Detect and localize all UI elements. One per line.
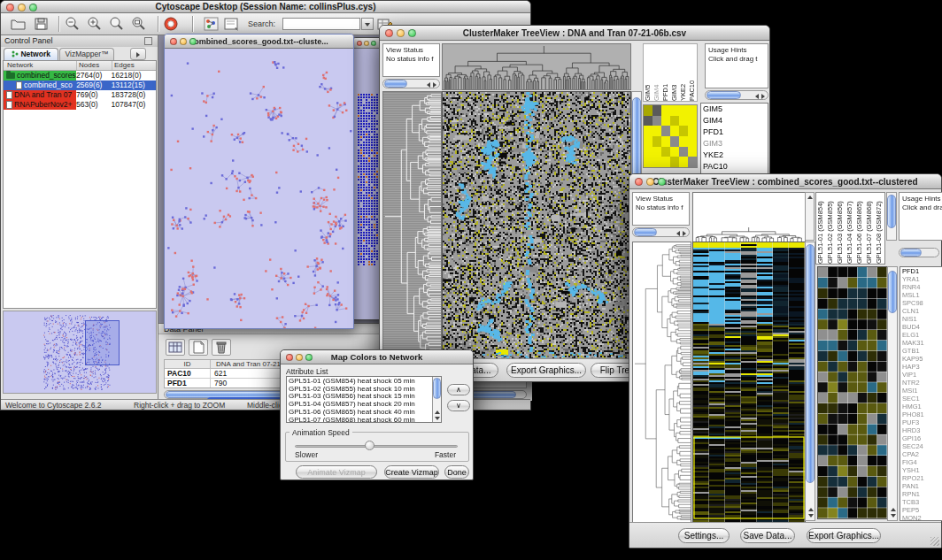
attribute-list-item[interactable]: GPL51-07 (GSM868) heat shock 60 min xyxy=(287,417,431,423)
attribute-list-vscrollbar[interactable] xyxy=(432,377,441,422)
gene-label[interactable]: GTB1 xyxy=(900,347,942,355)
new-attribute-icon[interactable] xyxy=(189,339,208,356)
search-dropdown-button[interactable] xyxy=(361,18,374,30)
network-tree-row[interactable]: combined_sco2569(6)13112(15) xyxy=(4,81,156,90)
column-labels-vscrollbar[interactable] xyxy=(886,192,897,241)
minimize-button[interactable] xyxy=(18,4,26,12)
gene-label[interactable]: TCB3 xyxy=(900,498,942,506)
gene-label[interactable]: MSL1 xyxy=(900,291,942,299)
export-graphics-button[interactable]: Export Graphics... xyxy=(506,363,586,378)
gene-label[interactable]: GIM3 xyxy=(701,138,768,150)
minimize-button[interactable] xyxy=(180,38,187,45)
close-button[interactable] xyxy=(357,41,362,46)
col-header-network[interactable]: Network xyxy=(4,61,77,70)
gene-label[interactable]: PHO81 xyxy=(900,410,942,418)
column-dendrogram-canvas[interactable] xyxy=(442,43,631,90)
done-button[interactable]: Done xyxy=(444,465,469,479)
resize-grip[interactable] xyxy=(930,537,939,546)
gene-label[interactable]: YRA1 xyxy=(900,275,942,283)
gene-label[interactable]: SEC24 xyxy=(900,442,942,450)
minimize-button[interactable] xyxy=(397,29,405,37)
tab-vizmapper[interactable]: VizMapper™ xyxy=(59,48,114,60)
gene-label[interactable]: PEP5 xyxy=(900,506,942,514)
usage-hints-hscrollbar[interactable] xyxy=(705,90,768,100)
gene-label[interactable]: YSH1 xyxy=(900,466,942,474)
gene-label[interactable]: SPC98 xyxy=(900,299,942,307)
animation-speed-slider-thumb[interactable] xyxy=(365,441,374,450)
gene-label[interactable]: GIM5 xyxy=(701,104,768,115)
help-lifering-icon[interactable] xyxy=(163,16,180,32)
gene-label[interactable]: GPI16 xyxy=(900,434,942,442)
float-panel-icon[interactable] xyxy=(144,37,152,45)
network-tree-row[interactable]: RNAPuberNov2+563(0)107847(0) xyxy=(4,100,156,110)
tab-overflow-button[interactable] xyxy=(130,48,146,60)
zoom-button[interactable] xyxy=(29,4,37,12)
zoom-in-icon[interactable] xyxy=(86,16,103,32)
gene-label[interactable]: HRD3 xyxy=(900,426,942,434)
tab-network[interactable]: Network xyxy=(4,48,58,60)
row-dendrogram-canvas[interactable] xyxy=(632,242,691,523)
minimize-button[interactable] xyxy=(646,178,654,186)
treeview-combined-title-bar[interactable]: ClusterMaker TreeView : combined_scores_… xyxy=(629,174,941,189)
similarity-matrix[interactable] xyxy=(643,104,698,168)
gene-label[interactable]: MON2 xyxy=(900,514,942,521)
column-area-scrollbar[interactable] xyxy=(805,192,815,241)
network-tree-row[interactable]: DNA and Tran 07769(0)183728(0) xyxy=(4,90,156,100)
annotation-icon[interactable] xyxy=(223,16,240,32)
row-dendrogram-canvas[interactable] xyxy=(382,91,442,359)
gene-label[interactable]: PUF3 xyxy=(900,418,942,426)
settings-button[interactable]: Settings... xyxy=(678,528,730,543)
usage-hints-hscrollbar[interactable] xyxy=(899,248,939,257)
save-data-button[interactable]: Save Data... xyxy=(740,528,795,543)
gene-label[interactable]: YKE2 xyxy=(701,150,768,161)
gene-label[interactable]: PFD1 xyxy=(900,267,942,275)
zoom-button[interactable] xyxy=(658,178,666,186)
gene-label[interactable]: VIP1 xyxy=(900,371,942,379)
gene-label[interactable]: MSI1 xyxy=(900,387,942,395)
zoom-fit-icon[interactable] xyxy=(108,16,125,32)
close-button[interactable] xyxy=(635,178,643,186)
zoom-button[interactable] xyxy=(371,41,376,46)
close-button[interactable] xyxy=(6,4,14,12)
minimize-button[interactable] xyxy=(296,354,303,361)
search-input[interactable] xyxy=(282,18,360,30)
create-vizmap-button[interactable]: Create Vizmap xyxy=(384,465,439,479)
gene-label[interactable]: PFD1 xyxy=(701,127,768,138)
dense-network-grid-canvas[interactable] xyxy=(358,94,381,265)
zoomed-heatmap-vscrollbar[interactable] xyxy=(887,266,898,521)
col-header-nodes[interactable]: Nodes xyxy=(77,61,112,70)
open-file-icon[interactable] xyxy=(10,16,27,32)
gene-label[interactable]: PAN1 xyxy=(900,482,942,490)
column-dendrogram-canvas[interactable] xyxy=(692,192,806,242)
main-title-bar[interactable]: Cytoscape Desktop (Session Name: collins… xyxy=(1,1,530,13)
gene-label[interactable]: NTR2 xyxy=(900,379,942,387)
network-tree-row[interactable]: combined_scores2764(0)16218(0) xyxy=(4,71,156,81)
gene-label[interactable]: MAK31 xyxy=(900,339,942,347)
animation-speed-slider-track[interactable] xyxy=(295,445,458,448)
gene-label[interactable]: GIM4 xyxy=(701,115,768,127)
gene-list[interactable]: PFD1YRA1RNR4MSL1SPC98CLN1NIS1BUD4ELG1MAK… xyxy=(900,266,942,521)
gene-label[interactable]: HAP3 xyxy=(900,363,942,371)
gene-label[interactable]: CPA2 xyxy=(900,450,942,458)
col-header-edges[interactable]: Edges xyxy=(112,61,156,70)
network-graph-canvas[interactable] xyxy=(165,49,353,328)
move-attribute-up-button[interactable]: ∧ xyxy=(447,384,470,395)
network-overview-panel[interactable] xyxy=(3,311,157,394)
view-status-hscrollbar[interactable] xyxy=(382,79,440,88)
gene-list[interactable]: GIM5GIM4PFD1GIM3YKE2PAC10 xyxy=(700,103,768,175)
gene-label[interactable]: KAP95 xyxy=(900,355,942,363)
close-button[interactable] xyxy=(286,354,293,361)
gene-label[interactable]: RPN1 xyxy=(900,490,942,498)
id-column-header[interactable]: ID xyxy=(165,360,211,368)
gene-label[interactable]: HMG1 xyxy=(900,403,942,410)
zoomed-heatmap-canvas[interactable] xyxy=(817,266,888,519)
gene-label[interactable]: SEC1 xyxy=(900,395,942,403)
zoom-button[interactable] xyxy=(408,29,416,37)
zoom-selected-icon[interactable] xyxy=(130,16,147,32)
gene-label[interactable]: ELG1 xyxy=(900,331,942,339)
treeview-dna-title-bar[interactable]: ClusterMaker TreeView : DNA and Tran 07-… xyxy=(380,26,769,41)
save-icon[interactable] xyxy=(33,16,50,32)
attribute-listbox[interactable]: GPL51-01 (GSM854) heat shock 05 minGPL51… xyxy=(286,376,442,423)
delete-attribute-trash-icon[interactable] xyxy=(212,339,231,356)
close-button[interactable] xyxy=(385,29,393,37)
